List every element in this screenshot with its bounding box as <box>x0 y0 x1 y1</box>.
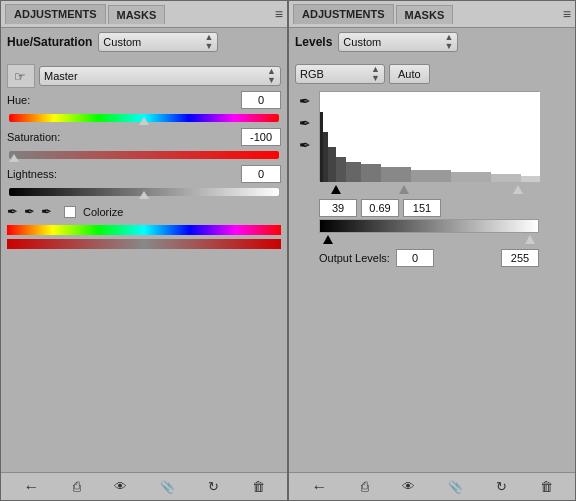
output-gradient-bar <box>319 219 539 233</box>
panel-header-left: ADJUSTMENTS MASKS ≡ <box>1 1 287 28</box>
snapshot-icon-left[interactable]: ⎙ <box>69 477 85 496</box>
input-thumb-mid[interactable] <box>399 185 409 194</box>
title-row-left: Hue/Saturation Custom ▲▼ <box>1 28 287 54</box>
input-slider-thumbs <box>319 185 539 197</box>
panel-title-left: Hue/Saturation <box>7 35 92 49</box>
reset-icon-left[interactable]: ↻ <box>204 477 223 496</box>
output-slider-thumbs <box>319 235 539 247</box>
output-thumb-black[interactable] <box>323 235 333 244</box>
levels-panel: ADJUSTMENTS MASKS ≡ Levels Custom ▲▼ RGB… <box>288 0 576 501</box>
input-level-mid[interactable]: 0.69 <box>361 199 399 217</box>
saturation-input[interactable]: -100 <box>241 128 281 146</box>
delete-icon-right[interactable]: 🗑 <box>536 477 557 496</box>
colorize-label: Colorize <box>83 206 123 218</box>
levels-channel-arrow: ▲▼ <box>371 65 380 83</box>
hue-slider-container <box>7 114 281 122</box>
preset-select-left[interactable]: Custom ▲▼ <box>98 32 218 52</box>
output-levels-row: Output Levels: 0 255 <box>319 249 539 267</box>
saturation-slider-container <box>7 151 281 159</box>
clip-icon-right[interactable]: 📎 <box>444 478 467 496</box>
svg-rect-9 <box>411 170 451 182</box>
panel-content-right: RGB ▲▼ Auto ✒ ✒ ✒ <box>289 59 575 472</box>
svg-rect-2 <box>320 112 323 182</box>
output-min-input[interactable]: 0 <box>396 249 434 267</box>
hue-input[interactable]: 0 <box>241 91 281 109</box>
svg-rect-4 <box>328 147 336 182</box>
lightness-row: Lightness: 0 <box>7 165 281 183</box>
tab-masks-left[interactable]: MASKS <box>108 5 166 24</box>
saturation-label: Saturation: <box>7 131 60 143</box>
back-icon-right[interactable]: ← <box>308 476 332 498</box>
input-thumb-white[interactable] <box>513 185 523 194</box>
output-max-input[interactable]: 255 <box>501 249 539 267</box>
hand-tool-icon[interactable]: ☞ <box>7 64 35 88</box>
input-levels-row: 39 0.69 151 <box>319 199 539 217</box>
eyedropper-1[interactable]: ✒ <box>7 204 18 219</box>
hue-saturation-panel: ADJUSTMENTS MASKS ≡ Hue/Saturation Custo… <box>0 0 288 501</box>
panel-content-left: ☞ Master ▲▼ Hue: 0 Saturation: -100 <box>1 59 287 472</box>
eyedropper-minus[interactable]: ✒ <box>41 204 52 219</box>
histogram-svg <box>320 92 540 182</box>
preset-label-left: Custom <box>103 36 141 48</box>
output-thumb-white[interactable] <box>525 235 535 244</box>
hand-svg: ☞ <box>12 67 30 85</box>
saturation-slider-thumb[interactable] <box>9 154 19 162</box>
hue-slider-track[interactable] <box>9 114 279 122</box>
bottom-toolbar-right: ← ⎙ 👁 📎 ↻ 🗑 <box>289 472 575 500</box>
svg-rect-8 <box>381 167 411 182</box>
lightness-label: Lightness: <box>7 168 57 180</box>
levels-channel-label: RGB <box>300 68 324 80</box>
delete-icon-left[interactable]: 🗑 <box>248 477 269 496</box>
color-bar-top <box>7 225 281 235</box>
back-icon-left[interactable]: ← <box>20 476 44 498</box>
hue-label: Hue: <box>7 94 30 106</box>
saturation-row: Saturation: -100 <box>7 128 281 146</box>
channel-select[interactable]: Master ▲▼ <box>39 66 281 86</box>
clip-icon-left[interactable]: 📎 <box>156 478 179 496</box>
panel-menu-icon-right[interactable]: ≡ <box>563 6 571 22</box>
levels-histogram <box>319 91 539 181</box>
lightness-input[interactable]: 0 <box>241 165 281 183</box>
tab-adjustments-right[interactable]: ADJUSTMENTS <box>293 4 394 24</box>
lightness-slider-track[interactable] <box>9 188 279 196</box>
output-levels-label: Output Levels: <box>319 252 390 264</box>
input-thumb-black[interactable] <box>331 185 341 194</box>
histogram-content: 39 0.69 151 Ou <box>319 87 539 272</box>
snapshot-icon-right[interactable]: ⎙ <box>357 477 373 496</box>
input-level-white[interactable]: 151 <box>403 199 441 217</box>
eye-icon-left[interactable]: 👁 <box>110 477 131 496</box>
preset-select-right[interactable]: Custom ▲▼ <box>338 32 458 52</box>
eyedropper-gray-icon[interactable]: ✒ <box>295 113 315 133</box>
dropper-icons: ✒ ✒ ✒ <box>295 87 317 272</box>
reset-icon-right[interactable]: ↻ <box>492 477 511 496</box>
eyedropper-white-icon[interactable]: ✒ <box>295 135 315 155</box>
tab-adjustments-left[interactable]: ADJUSTMENTS <box>5 4 106 24</box>
svg-rect-12 <box>521 176 540 182</box>
svg-rect-5 <box>336 157 346 182</box>
panel-title-right: Levels <box>295 35 332 49</box>
saturation-slider-track[interactable] <box>9 151 279 159</box>
preset-label-right: Custom <box>343 36 381 48</box>
channel-label: Master <box>44 70 78 82</box>
lightness-slider-container <box>7 188 281 196</box>
auto-button[interactable]: Auto <box>389 64 430 84</box>
hue-slider-thumb[interactable] <box>139 117 149 125</box>
lightness-slider-thumb[interactable] <box>139 191 149 199</box>
colorize-checkbox[interactable] <box>64 206 76 218</box>
hue-row: Hue: 0 <box>7 91 281 109</box>
svg-rect-7 <box>361 164 381 182</box>
levels-channel-select[interactable]: RGB ▲▼ <box>295 64 385 84</box>
input-level-black[interactable]: 39 <box>319 199 357 217</box>
title-row-right: Levels Custom ▲▼ <box>289 28 575 54</box>
tab-masks-right[interactable]: MASKS <box>396 5 454 24</box>
bottom-toolbar-left: ← ⎙ 👁 📎 ↻ 🗑 <box>1 472 287 500</box>
colorize-row: ✒ ✒ ✒ Colorize <box>7 204 281 219</box>
panel-menu-icon-left[interactable]: ≡ <box>275 6 283 22</box>
svg-text:☞: ☞ <box>14 69 26 84</box>
eyedropper-plus[interactable]: ✒ <box>24 204 35 219</box>
eyedropper-black-icon[interactable]: ✒ <box>295 91 315 111</box>
eye-icon-right[interactable]: 👁 <box>398 477 419 496</box>
levels-channel-row: RGB ▲▼ Auto <box>295 64 569 84</box>
svg-rect-3 <box>323 132 328 182</box>
preset-arrow-right: ▲▼ <box>444 33 453 51</box>
